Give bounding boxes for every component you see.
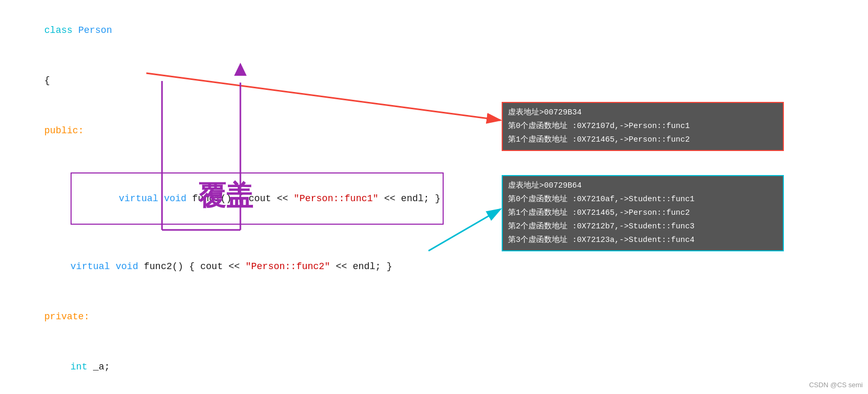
person-open-brace: { [10,55,439,106]
vtable-student-row2: 第2个虚函数地址 :0X7212b7,->Student::func3 [508,220,778,234]
person-field-a: int _a; [10,342,439,392]
person-private-specifier: private: [10,292,439,342]
vtable-person-row0: 第0个虚函数地址 :0X72107d,->Person::func1 [508,120,778,133]
cover-label: 覆盖 [199,178,253,214]
main-container: class Person { public: virtual void func… [0,0,868,394]
vtable-person-title: 虚表地址>00729B34 [508,106,778,120]
vtable-person: 虚表地址>00729B34 第0个虚函数地址 :0X72107d,->Perso… [502,102,784,151]
watermark: CSDN @CS semi [809,381,863,389]
person-class-header: class Person [10,5,439,55]
vtable-student-row0: 第0个虚函数地址 :0X7210af,->Student::func1 [508,193,778,206]
vtable-student-row3: 第3个虚函数地址 :0X72123a,->Student::func4 [508,234,778,247]
vtable-person-row1: 第1个虚函数地址 :0X721465,->Person::func2 [508,133,778,147]
vtable-student-row1: 第1个虚函数地址 :0X721465,->Person::func2 [508,206,778,220]
vtable-student: 虚表地址>00729B64 第0个虚函数地址 :0X7210af,->Stude… [502,175,784,251]
vtable-student-title: 虚表地址>00729B64 [508,179,778,193]
person-close-brace: }; [10,392,439,394]
person-public-specifier: public: [10,106,439,156]
person-func2-line: virtual void func2() { cout << "Person::… [10,241,439,292]
